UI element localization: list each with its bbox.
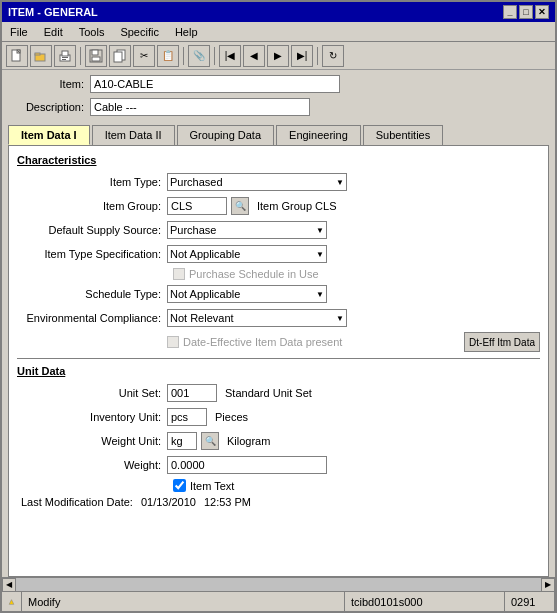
form-area: Item: Description: bbox=[2, 70, 555, 121]
weight-row: Weight: bbox=[17, 455, 540, 475]
item-type-arrow-icon: ▼ bbox=[336, 178, 344, 187]
item-type-spec-dropdown[interactable]: Not Applicable ▼ bbox=[167, 245, 327, 263]
svg-rect-6 bbox=[62, 51, 68, 56]
last-mod-date: 01/13/2010 bbox=[141, 496, 196, 508]
copy-button[interactable] bbox=[109, 45, 131, 67]
svg-rect-4 bbox=[35, 53, 40, 55]
item-group-label: Item Group: bbox=[17, 200, 167, 212]
description-input[interactable] bbox=[90, 98, 310, 116]
weight-input[interactable] bbox=[167, 456, 327, 474]
item-group-lookup-button[interactable]: 🔍 bbox=[231, 197, 249, 215]
inventory-unit-desc: Pieces bbox=[215, 411, 248, 423]
item-input[interactable] bbox=[90, 75, 340, 93]
item-type-value: Purchased bbox=[170, 176, 223, 188]
item-type-dropdown[interactable]: Purchased ▼ bbox=[167, 173, 347, 191]
item-type-spec-field: Not Applicable ▼ bbox=[167, 245, 327, 263]
item-text-label: Item Text bbox=[190, 480, 234, 492]
minimize-button[interactable]: _ bbox=[503, 5, 517, 19]
save-button[interactable] bbox=[85, 45, 107, 67]
item-row: Item: bbox=[10, 74, 547, 94]
status-mode: Modify bbox=[22, 592, 345, 611]
menu-bar: File Edit Tools Specific Help bbox=[2, 22, 555, 42]
schedule-type-dropdown[interactable]: Not Applicable ▼ bbox=[167, 285, 327, 303]
default-supply-value: Purchase bbox=[170, 224, 216, 236]
default-supply-field: Purchase ▼ bbox=[167, 221, 327, 239]
nav-last-button[interactable]: ▶| bbox=[291, 45, 313, 67]
tab-engineering[interactable]: Engineering bbox=[276, 125, 361, 145]
last-mod-label: Last Modification Date: bbox=[21, 496, 133, 508]
weight-unit-desc: Kilogram bbox=[227, 435, 270, 447]
new-button[interactable] bbox=[6, 45, 28, 67]
date-eff-checkbox[interactable] bbox=[167, 336, 179, 348]
item-label: Item: bbox=[10, 78, 90, 90]
menu-edit[interactable]: Edit bbox=[40, 25, 67, 39]
unit-set-input[interactable] bbox=[167, 384, 217, 402]
unit-set-desc: Standard Unit Set bbox=[225, 387, 312, 399]
default-supply-arrow-icon: ▼ bbox=[316, 226, 324, 235]
tab-grouping-data[interactable]: Grouping Data bbox=[177, 125, 275, 145]
schedule-type-label: Schedule Type: bbox=[17, 288, 167, 300]
schedule-type-row: Schedule Type: Not Applicable ▼ bbox=[17, 284, 540, 304]
inventory-unit-field: Pieces bbox=[167, 408, 248, 426]
nav-first-button[interactable]: |◀ bbox=[219, 45, 241, 67]
weight-label: Weight: bbox=[17, 459, 167, 471]
unit-set-row: Unit Set: Standard Unit Set bbox=[17, 383, 540, 403]
refresh-button[interactable]: ↻ bbox=[322, 45, 344, 67]
default-supply-dropdown[interactable]: Purchase ▼ bbox=[167, 221, 327, 239]
env-compliance-label: Environmental Compliance: bbox=[17, 312, 167, 324]
date-eff-row: Date-Effective Item Data present Dt-Eff … bbox=[17, 332, 540, 352]
attach-button[interactable]: 📎 bbox=[188, 45, 210, 67]
dt-eff-button[interactable]: Dt-Eff Itm Data bbox=[464, 332, 540, 352]
env-compliance-row: Environmental Compliance: Not Relevant ▼ bbox=[17, 308, 540, 328]
scroll-right-button[interactable]: ▶ bbox=[541, 578, 555, 592]
paste-button[interactable]: 📋 bbox=[157, 45, 179, 67]
inventory-unit-input[interactable] bbox=[167, 408, 207, 426]
svg-rect-13 bbox=[114, 52, 122, 62]
separator bbox=[17, 358, 540, 359]
inventory-unit-label: Inventory Unit: bbox=[17, 411, 167, 423]
open-button[interactable] bbox=[30, 45, 52, 67]
env-compliance-dropdown[interactable]: Not Relevant ▼ bbox=[167, 309, 347, 327]
menu-file[interactable]: File bbox=[6, 25, 32, 39]
weight-unit-input[interactable] bbox=[167, 432, 197, 450]
unit-set-field: Standard Unit Set bbox=[167, 384, 312, 402]
toolbar-sep-3 bbox=[214, 47, 215, 65]
tab-item-data-1[interactable]: Item Data I bbox=[8, 125, 90, 145]
print-button[interactable] bbox=[54, 45, 76, 67]
weight-unit-lookup-button[interactable]: 🔍 bbox=[201, 432, 219, 450]
default-supply-label: Default Supply Source: bbox=[17, 224, 167, 236]
main-window: ITEM - GENERAL _ □ ✕ File Edit Tools Spe… bbox=[0, 0, 557, 613]
menu-tools[interactable]: Tools bbox=[75, 25, 109, 39]
schedule-type-arrow-icon: ▼ bbox=[316, 290, 324, 299]
env-compliance-field: Not Relevant ▼ bbox=[167, 309, 347, 327]
cut-button[interactable]: ✂ bbox=[133, 45, 155, 67]
status-bar: Modify tcibd0101s000 0291 bbox=[2, 591, 555, 611]
item-group-row: Item Group: 🔍 Item Group CLS bbox=[17, 196, 540, 216]
purchase-schedule-checkbox[interactable] bbox=[173, 268, 185, 280]
inventory-unit-row: Inventory Unit: Pieces bbox=[17, 407, 540, 427]
maximize-button[interactable]: □ bbox=[519, 5, 533, 19]
tab-subentities[interactable]: Subentities bbox=[363, 125, 443, 145]
title-bar-buttons: _ □ ✕ bbox=[503, 5, 549, 19]
close-button[interactable]: ✕ bbox=[535, 5, 549, 19]
nav-next-button[interactable]: ▶ bbox=[267, 45, 289, 67]
scroll-left-button[interactable]: ◀ bbox=[2, 578, 16, 592]
default-supply-row: Default Supply Source: Purchase ▼ bbox=[17, 220, 540, 240]
tab-content: Characteristics Item Type: Purchased ▼ I… bbox=[8, 145, 549, 577]
status-code: 0291 bbox=[505, 592, 555, 611]
item-text-checkbox[interactable] bbox=[173, 479, 186, 492]
toolbar-sep-2 bbox=[183, 47, 184, 65]
toolbar: ✂ 📋 📎 |◀ ◀ ▶ ▶| ↻ bbox=[2, 42, 555, 70]
menu-specific[interactable]: Specific bbox=[116, 25, 163, 39]
status-icon bbox=[2, 592, 22, 611]
item-type-spec-value: Not Applicable bbox=[170, 248, 240, 260]
window-title: ITEM - GENERAL bbox=[8, 6, 98, 18]
item-type-row: Item Type: Purchased ▼ bbox=[17, 172, 540, 192]
scroll-track[interactable] bbox=[16, 578, 541, 592]
tab-item-data-2[interactable]: Item Data II bbox=[92, 125, 175, 145]
nav-prev-button[interactable]: ◀ bbox=[243, 45, 265, 67]
item-type-field: Purchased ▼ bbox=[167, 173, 347, 191]
item-type-spec-label: Item Type Specification: bbox=[17, 248, 167, 260]
menu-help[interactable]: Help bbox=[171, 25, 202, 39]
item-group-input[interactable] bbox=[167, 197, 227, 215]
